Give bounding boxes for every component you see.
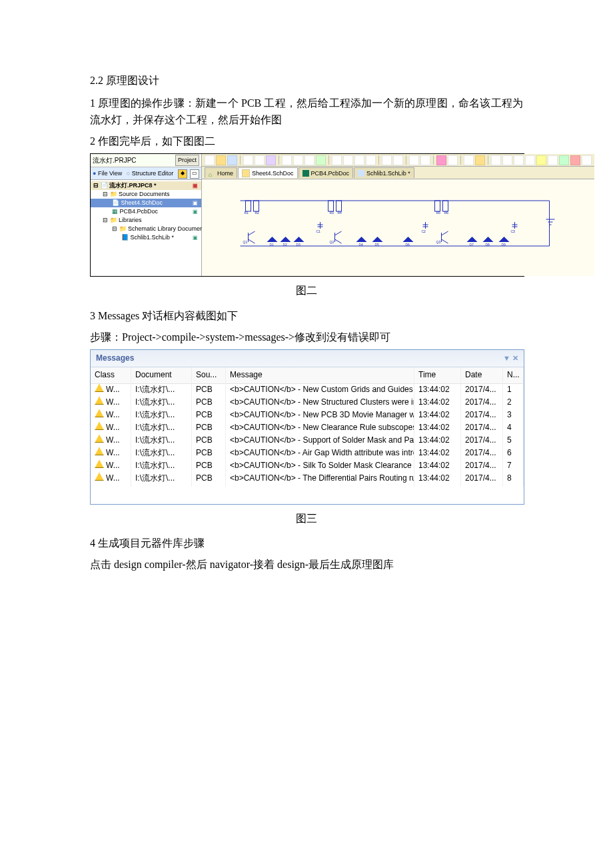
- figure-3-caption: 图三: [90, 510, 523, 527]
- refdes: D2: [283, 243, 288, 247]
- toolbar-button[interactable]: [420, 155, 430, 165]
- tab-home[interactable]: ⌂ Home: [205, 167, 237, 178]
- toolbar-button[interactable]: [582, 155, 592, 165]
- warning-icon: [95, 459, 104, 468]
- para-3: 3 Messages 对话框内容截图如下: [90, 307, 523, 325]
- refdes: D3: [297, 243, 301, 247]
- refdes: D1: [270, 243, 275, 247]
- svg-rect-10: [435, 201, 440, 211]
- refdes: Q2: [330, 240, 334, 244]
- refdes: R4: [338, 211, 342, 215]
- table-row[interactable]: W...I:\流水灯\...PCB<b>CAUTION</b> - The Di…: [91, 473, 524, 485]
- toolbar-button[interactable]: [502, 155, 512, 165]
- toolbar-button[interactable]: [293, 155, 303, 165]
- messages-title: Messages: [96, 352, 134, 365]
- tab-pcb[interactable]: PCB4.PcbDoc: [299, 167, 354, 178]
- toolbar-button[interactable]: [332, 155, 342, 165]
- svg-line-23: [249, 239, 255, 243]
- refdes: R6: [444, 211, 449, 215]
- col-document[interactable]: Document: [131, 367, 192, 383]
- warning-icon: [95, 409, 104, 417]
- col-message[interactable]: Message: [226, 367, 414, 383]
- toolbar-button[interactable]: [475, 155, 485, 165]
- toolbar-button[interactable]: [382, 155, 392, 165]
- toolbar-button[interactable]: [227, 155, 237, 165]
- svg-marker-35: [403, 237, 414, 242]
- pcb-icon: [303, 170, 309, 177]
- refdes: D7: [470, 243, 474, 247]
- toolbar-button[interactable]: [366, 155, 376, 165]
- toolbar-button[interactable]: [316, 155, 326, 165]
- toolbar-button[interactable]: [205, 155, 215, 165]
- toolbar-button[interactable]: [255, 155, 265, 165]
- svg-marker-30: [267, 237, 278, 242]
- toolbar-button[interactable]: [393, 155, 403, 165]
- toolbar-button[interactable]: [282, 155, 292, 165]
- messages-panel: Messages ▼ ✕ Class Document Sou... Messa…: [90, 349, 524, 504]
- svg-marker-33: [356, 237, 367, 242]
- doc-tabs: ⌂ Home Sheet4.SchDoc PCB4.PcbDoc Schlib1…: [202, 167, 594, 179]
- refdes: C1: [316, 229, 321, 233]
- editor-area: ⌂ Home Sheet4.SchDoc PCB4.PcbDoc Schlib1…: [202, 154, 594, 276]
- tab-schlib[interactable]: Schlib1.SchLib *: [354, 167, 414, 178]
- svg-marker-31: [281, 237, 291, 242]
- svg-line-28: [442, 231, 448, 235]
- toolbar: [202, 154, 594, 167]
- para-5: 4 生成项目元器件库步骤: [90, 535, 523, 552]
- tree-sheet[interactable]: 📄 Sheet4.SchDoc ▣: [91, 199, 201, 207]
- refdes: Q1: [243, 240, 248, 244]
- toolbar-button[interactable]: [409, 155, 419, 165]
- warning-icon: [95, 383, 104, 392]
- structure-editor-tab[interactable]: Structure Editor: [132, 170, 174, 177]
- tab-sheet[interactable]: Sheet4.SchDoc: [238, 167, 298, 178]
- project-button[interactable]: Project: [175, 155, 199, 165]
- tree-root[interactable]: ⊟ 📄 流水灯.PRJPC8 * ▣: [91, 181, 201, 190]
- warning-icon: [95, 396, 104, 405]
- refdes: C2: [422, 229, 426, 233]
- doc-icon: ▣: [192, 208, 199, 215]
- warning-icon: [95, 447, 104, 455]
- sheet-icon: [242, 169, 250, 177]
- toolbar-button[interactable]: [464, 155, 474, 165]
- tree-pcb[interactable]: ▦ PCB4.PcbDoc ▣: [91, 207, 201, 216]
- refdes: R1: [245, 211, 249, 215]
- schematic-canvas[interactable]: R1 R2 R3 R4 R5 R6 C1 C2 C3 Q1 Q2 Q3 D1 D…: [202, 179, 594, 276]
- toolbar-button[interactable]: [266, 155, 276, 165]
- close-icon[interactable]: ✕: [512, 353, 518, 365]
- toolbar-button[interactable]: [243, 155, 253, 165]
- toolbar-button[interactable]: [548, 155, 558, 165]
- panel-btn-1[interactable]: ◆: [178, 169, 187, 179]
- figure-2-caption: 图二: [90, 282, 523, 299]
- col-no[interactable]: N...: [503, 367, 524, 383]
- doc-icon: ▣: [192, 182, 199, 189]
- panel-btn-2[interactable]: ▭: [190, 169, 199, 179]
- toolbar-button[interactable]: [491, 155, 501, 165]
- col-time[interactable]: Time: [414, 367, 461, 383]
- svg-marker-38: [499, 237, 510, 242]
- messages-body: W...I:\流水灯\...PCB<b>CAUTION</b> - New Cu…: [91, 384, 524, 485]
- file-view-tab[interactable]: File View: [98, 170, 122, 177]
- col-date[interactable]: Date: [461, 367, 503, 383]
- svg-line-26: [335, 239, 342, 243]
- tree-schlib-docs[interactable]: ⊟ 📁 Schematic Library Documents: [91, 225, 201, 233]
- toolbar-button[interactable]: [448, 155, 458, 165]
- toolbar-button[interactable]: [343, 155, 353, 165]
- tree-libraries[interactable]: ⊟ 📁 Libraries: [91, 216, 201, 225]
- col-class[interactable]: Class: [91, 367, 131, 383]
- doc-icon: ▣: [192, 234, 199, 241]
- toolbar-button[interactable]: [570, 155, 580, 165]
- toolbar-button[interactable]: [559, 155, 569, 165]
- toolbar-button[interactable]: [354, 155, 364, 165]
- tree-schlib[interactable]: 📘 Schlib1.SchLib * ▣: [91, 233, 201, 242]
- warning-icon: [95, 472, 104, 481]
- toolbar-button[interactable]: [514, 155, 524, 165]
- para-2: 2 作图完毕后，如下图图二: [90, 133, 523, 150]
- toolbar-button[interactable]: [436, 155, 446, 165]
- toolbar-button[interactable]: [525, 155, 535, 165]
- toolbar-button[interactable]: [536, 155, 546, 165]
- toolbar-button[interactable]: [216, 155, 226, 165]
- tree-source-documents[interactable]: ⊟ 📁 Source Documents: [91, 190, 201, 199]
- toolbar-button[interactable]: [305, 155, 314, 165]
- minimize-icon[interactable]: ▼: [503, 353, 510, 365]
- col-source[interactable]: Sou...: [192, 367, 226, 383]
